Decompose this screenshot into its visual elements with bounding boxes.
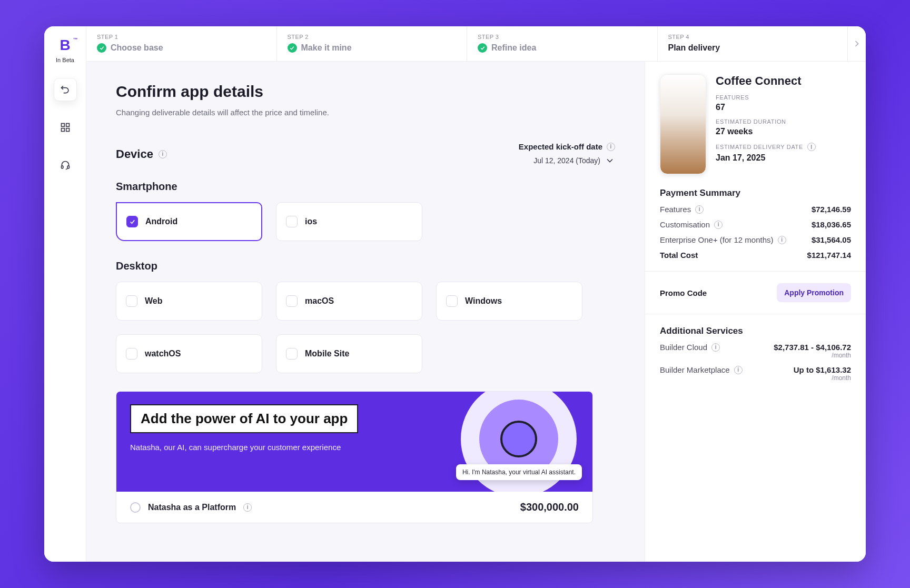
ai-bubble: Hi. I'm Natasha, your virtual AI assista… [456, 464, 582, 480]
line-value: $72,146.59 [812, 205, 851, 214]
device-card-android[interactable]: Android [116, 202, 262, 241]
device-name: ios [305, 217, 317, 226]
device-card-web[interactable]: Web [116, 282, 262, 321]
device-name: watchOS [145, 349, 181, 358]
checkbox[interactable] [286, 348, 298, 360]
device-card-macos[interactable]: macOS [276, 282, 422, 321]
total-label: Total Cost [660, 251, 698, 260]
line-label: Customisation [660, 220, 710, 229]
app-window: B ™ In Beta STEP 1 Choose base [44, 26, 866, 562]
left-sidebar: B ™ In Beta [44, 26, 86, 562]
line-value: $31,564.05 [812, 235, 851, 244]
ai-title: Add the power of AI to your app [130, 404, 358, 433]
smartphone-heading: Smartphone [116, 181, 615, 193]
service-value: Up to $1,613.32 [794, 365, 851, 374]
divider [645, 271, 866, 272]
step-1-label: STEP 1 [97, 34, 266, 40]
ai-subtitle: Natasha, our AI, can supercharge your cu… [130, 443, 351, 452]
service-per: /month [660, 352, 851, 359]
info-icon[interactable]: i [607, 143, 615, 151]
device-card-ios[interactable]: ios [276, 202, 422, 241]
desktop-heading: Desktop [116, 260, 615, 272]
brand-letter: B ™ [56, 36, 75, 55]
divider [645, 314, 866, 314]
kickoff-date[interactable]: Jul 12, 2024 (Today) [519, 155, 615, 166]
main-area: STEP 1 Choose base STEP 2 Make it mine S… [86, 26, 866, 562]
device-name: macOS [305, 296, 334, 306]
brand-logo: B ™ In Beta [56, 36, 75, 63]
svg-rect-3 [66, 128, 69, 132]
page-title: Confirm app details [116, 83, 615, 101]
device-name: Mobile Site [305, 349, 349, 358]
features-value: 67 [716, 103, 816, 112]
device-name: Windows [465, 296, 502, 306]
kickoff-label: Expected kick-off date [519, 142, 602, 151]
chevron-down-icon [605, 155, 615, 166]
info-icon[interactable]: i [734, 366, 743, 374]
checkbox[interactable] [446, 295, 458, 307]
content: Confirm app details Changing deliverable… [86, 62, 866, 562]
svg-rect-5 [67, 166, 69, 168]
step-1-title: Choose base [111, 43, 163, 53]
info-icon[interactable]: i [714, 221, 723, 229]
desktop-cards: Web macOS Windows watchOS Mobile Site [116, 282, 615, 373]
step-2[interactable]: STEP 2 Make it mine [277, 26, 468, 61]
promo-label: Promo Code [660, 288, 707, 297]
duration-value: 27 weeks [716, 127, 816, 136]
service-per: /month [660, 374, 851, 382]
svg-rect-4 [61, 166, 63, 168]
line-label: Features [660, 205, 691, 214]
undo-button[interactable] [54, 78, 77, 101]
info-icon[interactable]: i [695, 205, 704, 214]
device-card-watchos[interactable]: watchOS [116, 334, 262, 373]
delivery-label: ESTIMATED DELIVERY DATE [716, 144, 803, 150]
device-card-windows[interactable]: Windows [436, 282, 582, 321]
service-label: Builder Cloud [660, 343, 707, 352]
apply-promotion-button[interactable]: Apply Promotion [777, 283, 851, 302]
brand-tm: ™ [73, 37, 78, 42]
checkbox[interactable] [286, 295, 298, 307]
support-button[interactable] [54, 154, 77, 177]
checkbox[interactable] [286, 216, 298, 227]
checkbox[interactable] [126, 295, 137, 307]
svg-rect-2 [61, 128, 64, 132]
features-label: FEATURES [716, 94, 816, 101]
additional-services-title: Additional Services [660, 326, 851, 336]
left-pane: Confirm app details Changing deliverable… [86, 62, 645, 562]
checkbox-checked[interactable] [126, 216, 138, 227]
line-label: Enterprise One+ (for 12 months) [660, 235, 774, 244]
service-value: $2,737.81 - $4,106.72 [774, 343, 851, 352]
phone-mockup [660, 74, 706, 174]
info-icon[interactable]: i [159, 150, 167, 158]
headset-icon [60, 160, 71, 171]
step-3-title: Refine idea [491, 43, 536, 53]
stepper-next[interactable] [848, 26, 866, 61]
step-1[interactable]: STEP 1 Choose base [86, 26, 277, 61]
check-icon [478, 43, 487, 53]
svg-rect-1 [66, 124, 69, 127]
ai-option-price: $300,000.00 [520, 501, 579, 513]
ai-banner-bottom: Natasha as a Platform i $300,000.00 [116, 492, 592, 523]
info-icon[interactable]: i [711, 343, 720, 352]
checkbox[interactable] [126, 348, 137, 360]
total-value: $121,747.14 [807, 251, 851, 260]
svg-rect-0 [61, 124, 64, 127]
summary-pane: Coffee Connect FEATURES67 ESTIMATED DURA… [645, 62, 866, 562]
check-icon [97, 43, 106, 53]
grid-button[interactable] [54, 116, 77, 139]
ai-option-radio[interactable] [130, 502, 141, 513]
ai-banner-top: Add the power of AI to your app Natasha,… [116, 392, 592, 492]
service-label: Builder Marketplace [660, 365, 730, 374]
step-4[interactable]: STEP 4 Plan delivery [658, 26, 848, 61]
undo-icon [60, 84, 71, 95]
step-3[interactable]: STEP 3 Refine idea [467, 26, 658, 61]
chevron-right-icon [852, 38, 862, 49]
project-name: Coffee Connect [716, 74, 816, 88]
step-4-title: Plan delivery [668, 43, 720, 53]
step-4-label: STEP 4 [668, 34, 837, 40]
device-card-mobile-site[interactable]: Mobile Site [276, 334, 422, 373]
info-icon[interactable]: i [807, 143, 816, 151]
step-3-label: STEP 3 [478, 34, 647, 40]
info-icon[interactable]: i [243, 503, 252, 512]
info-icon[interactable]: i [778, 236, 786, 244]
